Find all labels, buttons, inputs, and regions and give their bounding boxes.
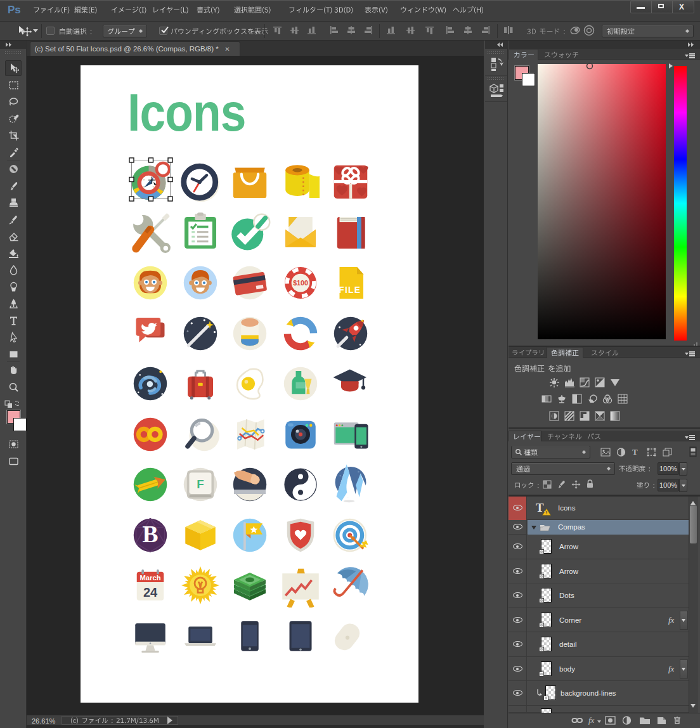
svg-text:!: ! xyxy=(546,510,548,516)
svg-text:FILE: FILE xyxy=(339,285,361,295)
svg-text:F: F xyxy=(197,478,204,491)
svg-text:$100: $100 xyxy=(293,279,308,287)
svg-text:B: B xyxy=(142,521,158,547)
svg-text:24: 24 xyxy=(143,585,158,599)
svg-text:March: March xyxy=(139,574,160,582)
